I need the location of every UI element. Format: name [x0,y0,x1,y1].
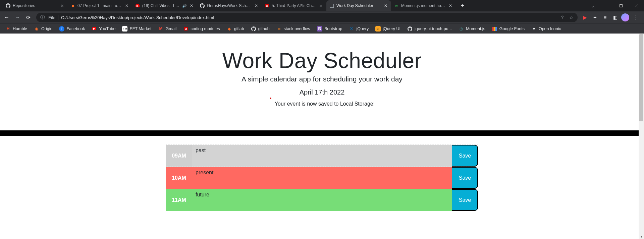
bookmark-label: coding modules [191,26,220,31]
back-button[interactable]: ← [2,13,11,22]
side-panel-icon[interactable]: ◧ [611,13,619,21]
save-button-11[interactable]: Save [452,189,478,211]
bookmark-label: Moment.js [466,26,485,31]
info-icon[interactable]: ⓘ [40,14,46,20]
bookmark-jquery-ui-touch[interactable]: jquery-ui-touch-pu... [405,25,454,33]
save-message-text: Your event is now saved to Local Storage… [275,101,375,107]
url-text: C:/Users/Gerus%20Hays/Desktop/projects/W… [61,15,557,20]
gfonts-icon [492,26,497,32]
bootstrap-icon: B [317,26,322,32]
bookmark-humble[interactable]: HHumble [3,25,30,33]
bookmark-label: Open Iconic [539,26,561,31]
star-icon[interactable]: ☆ [568,14,574,20]
event-textarea-10[interactable] [192,167,452,189]
tab-challenge[interactable]: U 5. Third-Party APIs Challenge: W ✕ [262,0,326,11]
scroll-thumb[interactable] [639,34,643,121]
maximize-button[interactable] [613,0,629,11]
close-icon[interactable]: ✕ [318,3,324,8]
tab-title: Moment.js moment.hour() Meth [401,3,446,8]
tab-work-day-scheduler[interactable]: Work Day Scheduler ✕ [326,0,391,11]
current-day: April 17th 2022 [0,88,644,96]
audio-icon[interactable]: 🔊 [182,3,187,8]
bookmark-gitlab[interactable]: ◆gitlab [224,25,247,33]
bookmark-label: jquery-ui-touch-pu... [415,26,452,31]
bookmark-jquery-ui[interactable]: uijQuery UI [373,25,403,33]
u-red-icon: U [264,3,270,8]
tab-repositories[interactable]: Repositories ✕ [3,0,67,11]
share-icon[interactable]: ⇪ [559,14,566,20]
tab-title: (19) Chill Vibes - Lofi hip ho [142,3,180,8]
tm-icon: TM [122,26,127,32]
bookmark-jquery[interactable]: ⦿jQuery [346,25,371,33]
bookmark-label: github [258,26,270,31]
github-icon [200,3,205,8]
event-textarea-11[interactable] [192,189,452,211]
tab-title: Work Day Scheduler [336,3,381,8]
page-title: Work Day Scheduler [0,48,644,73]
bookmark-origin[interactable]: ◉Origin [31,25,55,33]
gitlab-icon: ◆ [227,26,232,32]
stack-icon: ≣ [276,26,282,32]
close-icon[interactable]: ✕ [189,3,194,8]
bookmark-label: Gmail [166,26,177,31]
close-icon[interactable]: ✕ [59,3,65,8]
extensions-area: ▶ ✦ ≡ ◧ ⋮ [581,13,642,22]
toolbar: ← → ⟳ ⓘ File C:/Users/Gerus%20Hays/Deskt… [0,11,644,23]
bookmark-gmail[interactable]: MGmail [156,25,179,33]
bookmark-label: Humble [13,26,27,31]
tab-gitlab-project[interactable]: ◆ 07-Project-1 · main · utah-codin ✕ [67,0,132,11]
close-icon[interactable]: ✕ [124,3,129,8]
origin-icon: ◉ [34,26,39,32]
close-window-button[interactable] [629,0,644,11]
tab-github-repo[interactable]: GerusHays/Work-Scheduler ✕ [197,0,262,11]
divider [58,15,58,20]
vertical-scrollbar[interactable]: ▴ ▾ [639,34,644,239]
bookmark-momentjs[interactable]: ◷Moment.js [456,25,488,33]
u-red-icon: U [183,26,189,32]
facebook-icon: f [59,26,64,32]
bookmark-bootstrap[interactable]: BBootstrap [314,25,345,33]
reading-list-icon[interactable]: ≡ [601,13,609,21]
extensions-button[interactable]: ✦ [591,13,599,21]
chrome-menu-button[interactable]: ⋮ [631,13,641,22]
tab-youtube[interactable]: ▶ (19) Chill Vibes - Lofi hip ho 🔊 ✕ [132,0,197,11]
bookmark-stack-overflow[interactable]: ≣stack overflow [274,25,313,33]
bookmark-open-iconic[interactable]: ♥Open Iconic [529,25,564,33]
bookmark-label: stack overflow [284,26,310,31]
bookmark-facebook[interactable]: fFacebook [56,25,88,33]
profile-avatar[interactable] [621,13,629,21]
address-bar[interactable]: ⓘ File C:/Users/Gerus%20Hays/Desktop/pro… [36,13,578,22]
close-icon[interactable]: ✕ [254,3,259,8]
close-icon[interactable]: ✕ [448,3,453,8]
minimize-button[interactable] [598,0,613,11]
close-icon[interactable]: ✕ [383,3,388,8]
extension-icon[interactable]: ▶ [581,13,589,21]
save-button-09[interactable]: Save [452,145,478,167]
hour-label: 10AM [166,167,192,189]
scroll-down-button[interactable]: ▾ [639,234,644,239]
forward-button[interactable]: → [13,13,22,22]
bookmark-label: Google Fonts [499,26,525,31]
bookmark-github[interactable]: github [248,25,272,33]
tab-search-button[interactable]: ⌄ [588,0,598,11]
blank-icon [329,3,334,8]
bookmark-youtube[interactable]: ▶YouTube [89,25,118,33]
moment-icon: ◷ [459,26,464,32]
reload-button[interactable]: ⟳ [23,13,33,22]
tab-title: Repositories [13,3,57,8]
tab-strip: Repositories ✕ ◆ 07-Project-1 · main · u… [0,0,644,11]
bookmark-label: Origin [41,26,52,31]
youtube-icon: ▶ [135,3,140,8]
tab-momentjs[interactable]: ∞ Moment.js moment.hour() Meth ✕ [391,0,456,11]
save-button-10[interactable]: Save [452,167,478,189]
tab-title: GerusHays/Work-Scheduler [207,3,252,8]
window-controls: ⌄ [588,0,644,11]
bookmark-coding-modules[interactable]: Ucoding modules [180,25,223,33]
page-viewport: Work Day Scheduler A simple calendar app… [0,34,644,239]
new-tab-button[interactable]: + [458,1,467,10]
bookmark-eft-market[interactable]: TMEFT Market [119,25,154,33]
bookmark-google-fonts[interactable]: Google Fonts [489,25,527,33]
event-textarea-09[interactable] [192,145,452,167]
gfg-icon: ∞ [394,3,399,8]
divider-bar [0,130,644,136]
